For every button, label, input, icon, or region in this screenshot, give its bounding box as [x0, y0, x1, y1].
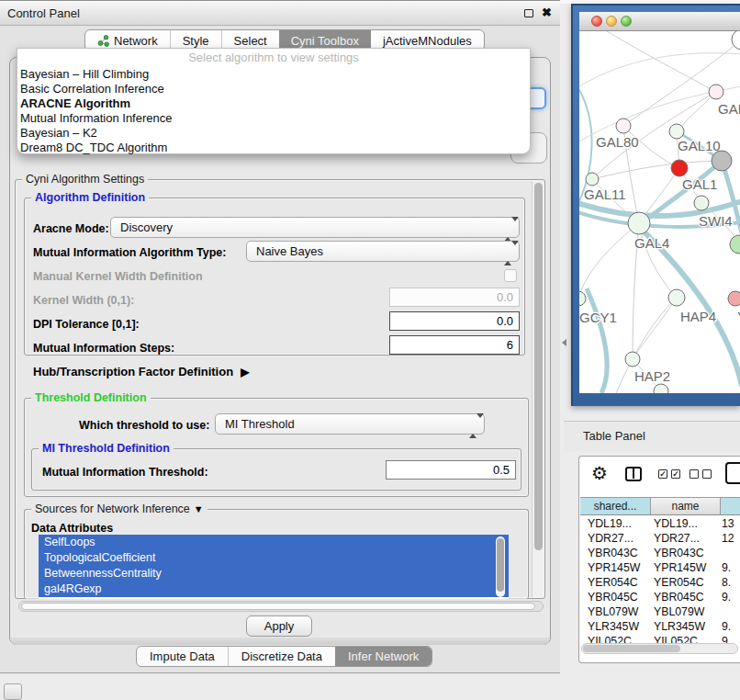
- table-cell[interactable]: YDR27...: [652, 531, 722, 546]
- aracne-mode-select[interactable]: Discovery: [110, 217, 520, 238]
- table-cell[interactable]: YBR045C: [652, 590, 722, 604]
- table-horizontal-scrollbar[interactable]: [581, 643, 738, 654]
- table-cell[interactable]: [722, 604, 740, 619]
- attribute-item-selected[interactable]: TopologicalCoefficient: [39, 550, 509, 566]
- network-node[interactable]: [694, 196, 709, 210]
- network-node[interactable]: [669, 124, 684, 139]
- table-row[interactable]: YPR145WYPR145W9.: [580, 560, 740, 575]
- table-cell[interactable]: 12: [722, 531, 740, 546]
- table-cell[interactable]: YBR043C: [652, 546, 722, 560]
- tab-impute-data[interactable]: Impute Data: [137, 647, 228, 666]
- algorithm-option[interactable]: Basic Correlation Inference: [17, 82, 530, 96]
- zoom-traffic-light[interactable]: [621, 16, 632, 27]
- export-table-icon[interactable]: [725, 462, 740, 484]
- select-all-checkboxes-icon[interactable]: ✓✓: [658, 469, 680, 479]
- table-cell[interactable]: YLR345W: [652, 619, 722, 634]
- manual-kernel-checkbox[interactable]: [504, 269, 517, 282]
- table-cell[interactable]: [722, 546, 740, 560]
- settings-vertical-scrollbar[interactable]: [532, 181, 544, 597]
- table-cell[interactable]: YER054C: [652, 575, 722, 590]
- network-node-label: GAL4: [634, 235, 669, 251]
- network-node[interactable]: [625, 352, 640, 367]
- table-cell[interactable]: 13: [722, 516, 740, 531]
- tab-infer-network[interactable]: Infer Network: [335, 647, 432, 666]
- kernel-width-input[interactable]: [389, 288, 520, 307]
- gear-icon[interactable]: ⚙: [591, 462, 608, 484]
- detached-mini-button[interactable]: [4, 683, 22, 700]
- table-cell[interactable]: YBR043C: [580, 546, 652, 560]
- algorithm-option[interactable]: Mutual Information Inference: [17, 111, 530, 126]
- divider-collapse-icon[interactable]: [562, 339, 566, 346]
- table-cell[interactable]: YDL19...: [652, 516, 722, 531]
- mi-threshold-input[interactable]: [386, 460, 516, 480]
- table-cell[interactable]: 9.: [722, 590, 740, 604]
- table-row[interactable]: YDL19...YDL19...13: [580, 516, 740, 531]
- close-icon[interactable]: ✖: [542, 6, 552, 19]
- table-cell[interactable]: YDR27...: [580, 531, 652, 546]
- attribute-item-selected[interactable]: SelfLoops: [39, 535, 509, 550]
- table-row[interactable]: YBL079WYBL079W: [580, 604, 740, 619]
- network-node[interactable]: [712, 151, 732, 171]
- float-window-icon[interactable]: [524, 9, 533, 17]
- table-row[interactable]: YDR27...YDR27...12: [580, 531, 740, 546]
- hub-definition-toggle[interactable]: Hub/Transcription Factor Definition▶: [33, 365, 249, 378]
- dpi-tolerance-input[interactable]: [389, 311, 520, 331]
- table-cell[interactable]: YDL19...: [580, 516, 652, 531]
- network-window-titlebar[interactable]: [579, 12, 740, 31]
- mi-steps-input[interactable]: [389, 335, 520, 355]
- table-cell[interactable]: 8.: [722, 575, 740, 590]
- tab-discretize-data[interactable]: Discretize Data: [228, 647, 335, 666]
- table-cell[interactable]: YIL052C: [580, 634, 652, 643]
- algorithm-option-selected[interactable]: ARACNE Algorithm: [17, 96, 530, 111]
- attribute-list-scrollbar[interactable]: [496, 536, 505, 597]
- network-node[interactable]: [579, 291, 586, 306]
- column-browser-icon[interactable]: [625, 467, 642, 481]
- apply-button[interactable]: Apply: [246, 615, 312, 637]
- scrollbar-thumb[interactable]: [534, 183, 543, 550]
- table-cell[interactable]: YBL079W: [652, 604, 722, 619]
- deselect-all-checkboxes-icon[interactable]: [690, 469, 712, 479]
- which-threshold-select[interactable]: MI Threshold: [215, 413, 485, 435]
- table-cell[interactable]: YLR345W: [580, 619, 652, 634]
- table-row[interactable]: YER054CYER054C8.: [580, 575, 740, 590]
- scrollbar-thumb[interactable]: [21, 603, 535, 610]
- table-row[interactable]: YLR345WYLR345W9.: [580, 619, 740, 634]
- expand-right-icon: ▶: [241, 366, 249, 378]
- network-node[interactable]: [730, 235, 740, 254]
- table-cell[interactable]: YBR045C: [580, 590, 652, 604]
- table-row[interactable]: YIL052CYIL052C9.: [580, 634, 740, 643]
- column-header-shared-name[interactable]: shared...: [580, 498, 651, 514]
- network-node[interactable]: [671, 160, 688, 176]
- column-header-name[interactable]: name: [651, 498, 721, 514]
- scrollbar-thumb[interactable]: [497, 538, 504, 592]
- attribute-item-selected[interactable]: BetweennessCentrality: [39, 566, 509, 581]
- network-node[interactable]: [668, 289, 685, 306]
- settings-horizontal-scrollbar[interactable]: [18, 601, 544, 612]
- scrollbar-thumb[interactable]: [583, 645, 680, 652]
- minimize-traffic-light[interactable]: [606, 16, 617, 27]
- table-cell[interactable]: 9.: [722, 560, 740, 575]
- close-traffic-light[interactable]: [591, 16, 602, 27]
- network-node[interactable]: [616, 119, 631, 133]
- table-row[interactable]: YBR045CYBR045C9.: [580, 590, 740, 604]
- table-cell[interactable]: YER054C: [580, 575, 652, 590]
- network-canvas[interactable]: GALGAL80GAL10GAL1GAL11SWI4GAL4HAP4YGCY1H…: [579, 31, 740, 393]
- network-node[interactable]: [628, 212, 650, 234]
- table-cell[interactable]: YBL079W: [580, 604, 652, 619]
- table-cell[interactable]: YPR145W: [652, 560, 722, 575]
- algorithm-option[interactable]: Dream8 DC_TDC Algorithm: [17, 141, 530, 155]
- algorithm-option[interactable]: Bayesian – Hill Climbing: [17, 67, 530, 82]
- network-node[interactable]: [709, 85, 723, 99]
- algorithm-option[interactable]: Bayesian – K2: [17, 126, 530, 141]
- attribute-item-selected[interactable]: gal4RGexp: [39, 581, 509, 597]
- table-cell[interactable]: YIL052C: [652, 634, 722, 643]
- table-cell[interactable]: YPR145W: [580, 560, 652, 575]
- sources-group-title[interactable]: Sources for Network Inference▼: [31, 502, 207, 515]
- network-node[interactable]: [586, 173, 599, 186]
- mi-type-select[interactable]: Naive Bayes: [246, 241, 520, 262]
- table-cell[interactable]: 9.: [722, 619, 740, 634]
- network-node[interactable]: [728, 291, 740, 306]
- table-cell[interactable]: 9.: [722, 634, 740, 643]
- table-row[interactable]: YBR043CYBR043C: [580, 546, 740, 560]
- column-header-partial[interactable]: [721, 498, 740, 514]
